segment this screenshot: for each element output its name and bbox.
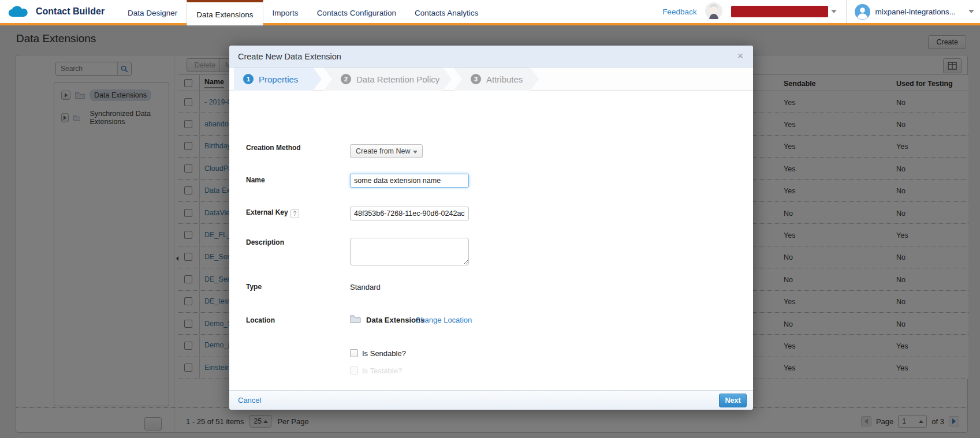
step-number: 2 [341, 74, 351, 84]
modal-header: Create New Data Extension × [229, 46, 753, 68]
divider [846, 0, 847, 23]
step-number: 1 [243, 74, 254, 84]
modal-title: Create New Data Extension [238, 52, 341, 61]
modal-body: Creation Method Create from New Name Ext… [229, 91, 753, 390]
step-data-retention-policy[interactable]: 2 Data Retention Policy [323, 68, 452, 91]
nav-item-contacts-configuration[interactable]: Contacts Configuration [308, 0, 405, 25]
chevron-down-icon [413, 151, 418, 154]
feedback-link[interactable]: Feedback [662, 8, 696, 16]
name-field[interactable] [350, 174, 469, 188]
is-sendable-checkbox[interactable] [350, 349, 358, 357]
help-icon[interactable]: ? [290, 209, 299, 218]
step-label: Attributes [486, 74, 523, 84]
nav-item-data-extensions[interactable]: Data Extensions [187, 0, 263, 27]
app-window: Contact Builder Data Designer Data Exten… [0, 0, 980, 438]
is-testable-checkbox [350, 366, 358, 375]
app-title: Contact Builder [36, 6, 105, 17]
salesforce-cloud-logo [8, 4, 30, 19]
redacted-account-selector[interactable] [731, 6, 828, 17]
step-attributes[interactable]: 3 Attributes [453, 68, 539, 91]
create-data-extension-modal: Create New Data Extension × 1 Properties… [229, 46, 753, 410]
cancel-button[interactable]: Cancel [238, 396, 261, 405]
nav-item-imports[interactable]: Imports [263, 0, 308, 25]
chevron-down-icon [831, 10, 837, 13]
step-properties[interactable]: 1 Properties [234, 68, 322, 91]
creation-method-value: Create from New [356, 147, 410, 155]
description-field[interactable] [350, 238, 469, 265]
nav-right: Feedback mixpanel-integrations... [662, 0, 974, 23]
nav-item-contacts-analytics[interactable]: Contacts Analytics [405, 0, 487, 25]
type-label: Type [246, 283, 262, 291]
change-location-link[interactable]: Change Location [415, 316, 472, 324]
creation-method-dropdown[interactable]: Create from New [350, 144, 423, 158]
creation-method-label: Creation Method [246, 144, 301, 152]
step-label: Properties [259, 74, 298, 84]
type-value: Standard [350, 283, 381, 291]
modal-footer: Cancel Next [229, 390, 753, 410]
description-label: Description [246, 238, 284, 246]
brand[interactable]: Contact Builder [8, 0, 105, 23]
einstein-avatar[interactable] [705, 2, 723, 21]
account-menu[interactable]: mixpanel-integrations... [875, 8, 956, 16]
step-label: Data Retention Policy [356, 74, 439, 84]
chevron-down-icon[interactable] [968, 10, 974, 13]
step-number: 3 [471, 74, 481, 84]
name-label: Name [246, 176, 265, 184]
nav-links: Data Designer Data Extensions Imports Co… [118, 0, 487, 25]
external-key-field[interactable] [350, 207, 469, 220]
next-button[interactable]: Next [719, 394, 747, 407]
wizard-steps: 1 Properties 2 Data Retention Policy 3 A… [229, 68, 753, 91]
is-testable-label: Is Testable? [362, 366, 402, 375]
top-nav: Contact Builder Data Designer Data Exten… [0, 0, 980, 25]
close-icon[interactable]: × [735, 50, 746, 62]
folder-icon [350, 315, 361, 323]
external-key-label: External Key [246, 208, 288, 216]
user-avatar [855, 4, 870, 20]
location-label: Location [246, 316, 275, 324]
nav-item-data-designer[interactable]: Data Designer [118, 0, 187, 25]
is-sendable-label: Is Sendable? [362, 349, 406, 358]
